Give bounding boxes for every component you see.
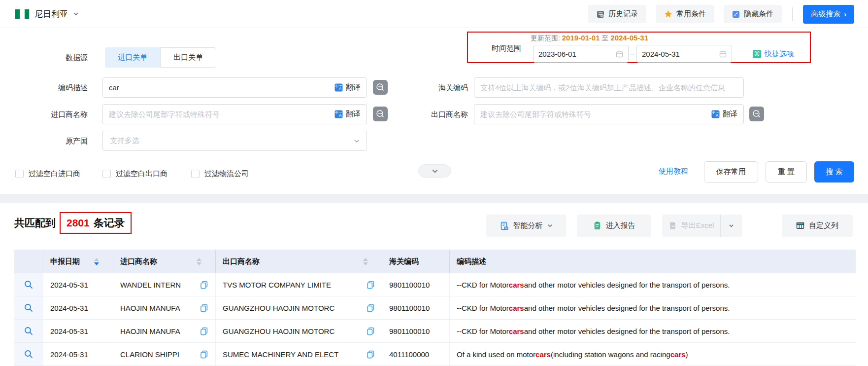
- translate-button[interactable]: 中A 翻译: [334, 110, 361, 119]
- translate-button[interactable]: 中A 翻译: [711, 110, 737, 119]
- copy-icon[interactable]: [367, 304, 375, 312]
- fuzzy-match-toggle[interactable]: [749, 107, 764, 121]
- date-start-input[interactable]: 2023-06-01: [533, 45, 629, 63]
- country-selector[interactable]: 尼日利亚: [15, 0, 79, 28]
- search-button[interactable]: 搜 索: [814, 161, 854, 183]
- quick-options-link[interactable]: ⌘ 快捷选项: [753, 45, 794, 63]
- favorites-label: 常用条件: [676, 9, 706, 19]
- description-text: ): [686, 350, 688, 359]
- date-start-value: 2023-06-01: [538, 50, 616, 58]
- table-row: 2024-05-31WANDEL INTERNTVS MOTOR COMPANY…: [14, 273, 856, 296]
- translate-label: 翻译: [346, 110, 361, 119]
- advanced-search-button[interactable]: 高级搜索 ›: [803, 5, 854, 24]
- header-importer[interactable]: 进口商名称: [113, 250, 216, 273]
- favorites-button[interactable]: 常用条件: [656, 5, 714, 23]
- divider: [792, 7, 793, 21]
- code-desc-input[interactable]: [109, 83, 334, 92]
- description-text: and other motor vehicles designed for th…: [524, 281, 730, 289]
- time-range-highlight-box: 更新范围: 2019-01-01 至 2024-05-31 时间范围 2023-…: [467, 32, 811, 63]
- collapse-icon: [732, 10, 740, 18]
- filter-blank-importer-checkbox[interactable]: 过滤空白进口商: [15, 169, 80, 179]
- translate-button[interactable]: 中A 翻译: [334, 83, 361, 92]
- collapse-form-button[interactable]: [418, 164, 451, 178]
- smart-analysis-button[interactable]: BI 智能分析: [486, 215, 566, 237]
- copy-icon[interactable]: [367, 281, 375, 289]
- tab-export-declarations[interactable]: 出口关单: [160, 47, 216, 68]
- importer-input[interactable]: [109, 110, 334, 118]
- row-search-icon[interactable]: [24, 280, 33, 289]
- copy-icon[interactable]: [367, 350, 375, 359]
- exporter-input[interactable]: [480, 110, 711, 118]
- table-header-row: 申报日期 进口商名称 出口商名称 海关编码 编码描述: [14, 250, 856, 273]
- chevron-down-icon: [432, 168, 438, 175]
- svg-text:中: 中: [335, 84, 339, 88]
- svg-text:A: A: [716, 113, 719, 118]
- results-summary: 共匹配到 2801 条记录: [14, 212, 132, 234]
- exporter-field: 中A 翻译: [474, 104, 744, 124]
- copy-icon[interactable]: [367, 327, 375, 335]
- sort-control[interactable]: [94, 258, 99, 265]
- export-excel-button[interactable]: 导出Excel: [662, 215, 720, 237]
- fuzzy-match-toggle[interactable]: [373, 80, 388, 95]
- sort-control[interactable]: [197, 258, 201, 265]
- cell-hs-code: 9801100010: [382, 320, 450, 342]
- header-declaration-date[interactable]: 申报日期: [43, 250, 113, 273]
- checkbox-icon: [102, 170, 111, 178]
- history-button[interactable]: 历史记录: [588, 5, 646, 23]
- filter-label: 过滤空白出口商: [116, 169, 167, 179]
- hide-conditions-label: 隐藏条件: [744, 9, 773, 19]
- row-search-icon[interactable]: [24, 303, 33, 312]
- customs-trade-search-page: 尼日利亚 历史记录 常用条件 隐藏条件 高级搜索 › 数据源: [0, 0, 868, 366]
- row-detail-button[interactable]: [14, 273, 43, 296]
- search-form: 数据源 进口关单 出口关单 更新范围: 2019-01-01 至 2024-05…: [0, 28, 868, 194]
- tutorial-link[interactable]: 使用教程: [659, 167, 688, 176]
- row-detail-button[interactable]: [14, 320, 43, 342]
- enter-report-label: 进入报告: [606, 221, 635, 230]
- description-text: --CKD for Motor: [457, 327, 509, 335]
- cell-code-description: --CKD for Motor cars and other motor veh…: [450, 296, 856, 319]
- custom-columns-button[interactable]: 自定义列: [782, 215, 853, 237]
- results-section: 共匹配到 2801 条记录 BI 智能分析 进入报告 导出Excel 自定义列: [0, 203, 868, 366]
- sort-control[interactable]: [363, 258, 368, 265]
- copy-icon[interactable]: [200, 350, 208, 359]
- save-favorite-button[interactable]: 保存常用: [704, 161, 758, 183]
- keyword-highlight: cars: [509, 281, 524, 289]
- export-options-button[interactable]: [720, 215, 742, 237]
- row-detail-button[interactable]: [14, 343, 43, 366]
- keyword-highlight: cars: [509, 304, 524, 312]
- translate-label: 翻译: [723, 110, 737, 119]
- history-icon: [597, 10, 604, 18]
- hide-conditions-button[interactable]: 隐藏条件: [724, 5, 782, 23]
- copy-icon[interactable]: [200, 281, 208, 289]
- filter-logistics-checkbox[interactable]: 过滤物流公司: [191, 169, 249, 179]
- fuzzy-match-toggle[interactable]: [373, 107, 388, 121]
- enter-report-button[interactable]: 进入报告: [577, 215, 651, 237]
- row-detail-button[interactable]: [14, 296, 43, 319]
- export-excel-label: 导出Excel: [681, 221, 714, 230]
- column-label: 编码描述: [457, 257, 486, 266]
- copy-icon[interactable]: [200, 304, 208, 312]
- date-range-dash: –: [630, 45, 635, 63]
- description-text: (including station wagons and racing: [551, 350, 670, 359]
- cell-exporter: GUANGZHOU HAOJIN MOTORC: [216, 296, 382, 319]
- row-search-icon[interactable]: [24, 350, 33, 359]
- header-icon-column: [14, 250, 43, 273]
- star-icon: [664, 10, 672, 18]
- description-text: and other motor vehicles designed for th…: [524, 327, 730, 335]
- translate-icon: 中A: [334, 83, 343, 92]
- date-end-input[interactable]: 2024-05-31: [636, 45, 732, 63]
- data-source-label: 数据源: [20, 47, 88, 68]
- header-exporter[interactable]: 出口商名称: [216, 250, 382, 273]
- importer-label: 进口商名称: [20, 104, 88, 124]
- filter-blank-exporter-checkbox[interactable]: 过滤空白出口商: [102, 169, 167, 179]
- table-row: 2024-05-31HAOJIN MANUFAGUANGZHOU HAOJIN …: [14, 320, 856, 343]
- origin-select[interactable]: 支持多选: [102, 131, 367, 151]
- reset-button[interactable]: 重 置: [766, 161, 807, 183]
- copy-icon[interactable]: [200, 327, 208, 335]
- hs-code-input[interactable]: [480, 83, 737, 92]
- cell-hs-code: 4011100000: [382, 343, 450, 366]
- column-label: 申报日期: [50, 257, 80, 266]
- cell-code-description: --CKD for Motor cars and other motor veh…: [450, 273, 856, 296]
- tab-import-declarations[interactable]: 进口关单: [105, 47, 160, 68]
- row-search-icon[interactable]: [24, 327, 33, 335]
